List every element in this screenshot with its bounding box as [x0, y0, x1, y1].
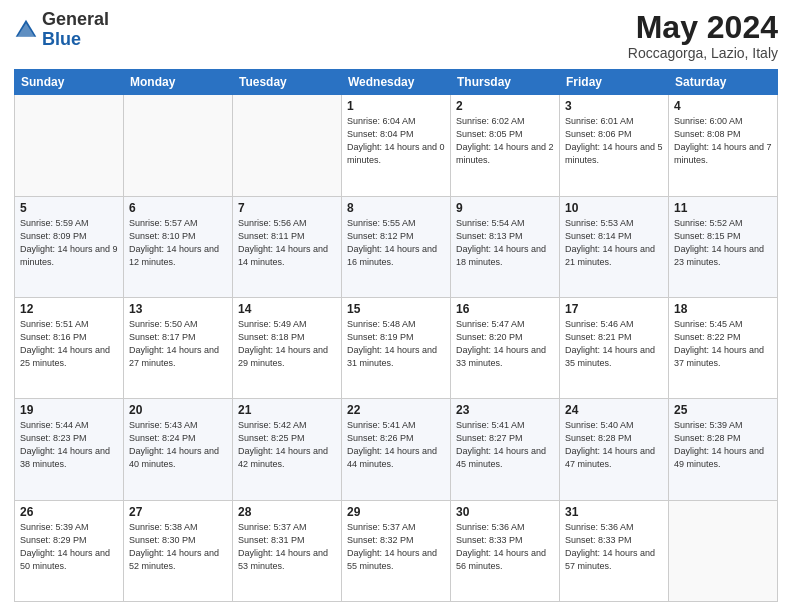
day-number: 22: [347, 403, 445, 417]
calendar-cell: 1Sunrise: 6:04 AM Sunset: 8:04 PM Daylig…: [342, 95, 451, 196]
logo-general-text: General: [42, 9, 109, 29]
cell-info: Sunrise: 5:40 AM Sunset: 8:28 PM Dayligh…: [565, 419, 663, 471]
location: Roccagorga, Lazio, Italy: [628, 45, 778, 61]
col-header-thursday: Thursday: [451, 70, 560, 95]
calendar-cell: 31Sunrise: 5:36 AM Sunset: 8:33 PM Dayli…: [560, 500, 669, 601]
calendar-cell: 26Sunrise: 5:39 AM Sunset: 8:29 PM Dayli…: [15, 500, 124, 601]
calendar-cell: 16Sunrise: 5:47 AM Sunset: 8:20 PM Dayli…: [451, 297, 560, 398]
week-row-1: 1Sunrise: 6:04 AM Sunset: 8:04 PM Daylig…: [15, 95, 778, 196]
cell-info: Sunrise: 6:04 AM Sunset: 8:04 PM Dayligh…: [347, 115, 445, 167]
cell-info: Sunrise: 5:39 AM Sunset: 8:28 PM Dayligh…: [674, 419, 772, 471]
day-number: 1: [347, 99, 445, 113]
day-number: 5: [20, 201, 118, 215]
day-number: 7: [238, 201, 336, 215]
day-number: 19: [20, 403, 118, 417]
calendar-cell: 10Sunrise: 5:53 AM Sunset: 8:14 PM Dayli…: [560, 196, 669, 297]
calendar-cell: 8Sunrise: 5:55 AM Sunset: 8:12 PM Daylig…: [342, 196, 451, 297]
cell-info: Sunrise: 5:39 AM Sunset: 8:29 PM Dayligh…: [20, 521, 118, 573]
day-number: 16: [456, 302, 554, 316]
cell-info: Sunrise: 5:41 AM Sunset: 8:26 PM Dayligh…: [347, 419, 445, 471]
calendar-cell: 29Sunrise: 5:37 AM Sunset: 8:32 PM Dayli…: [342, 500, 451, 601]
cell-info: Sunrise: 6:01 AM Sunset: 8:06 PM Dayligh…: [565, 115, 663, 167]
col-header-friday: Friday: [560, 70, 669, 95]
day-number: 23: [456, 403, 554, 417]
col-header-monday: Monday: [124, 70, 233, 95]
cell-info: Sunrise: 5:37 AM Sunset: 8:31 PM Dayligh…: [238, 521, 336, 573]
calendar-cell: 6Sunrise: 5:57 AM Sunset: 8:10 PM Daylig…: [124, 196, 233, 297]
week-row-5: 26Sunrise: 5:39 AM Sunset: 8:29 PM Dayli…: [15, 500, 778, 601]
calendar-cell: 9Sunrise: 5:54 AM Sunset: 8:13 PM Daylig…: [451, 196, 560, 297]
cell-info: Sunrise: 6:00 AM Sunset: 8:08 PM Dayligh…: [674, 115, 772, 167]
col-header-sunday: Sunday: [15, 70, 124, 95]
cell-info: Sunrise: 5:43 AM Sunset: 8:24 PM Dayligh…: [129, 419, 227, 471]
calendar-cell: [15, 95, 124, 196]
day-number: 24: [565, 403, 663, 417]
calendar-cell: 15Sunrise: 5:48 AM Sunset: 8:19 PM Dayli…: [342, 297, 451, 398]
calendar-cell: [669, 500, 778, 601]
header: General Blue May 2024 Roccagorga, Lazio,…: [14, 10, 778, 61]
cell-info: Sunrise: 5:55 AM Sunset: 8:12 PM Dayligh…: [347, 217, 445, 269]
day-number: 13: [129, 302, 227, 316]
cell-info: Sunrise: 5:36 AM Sunset: 8:33 PM Dayligh…: [565, 521, 663, 573]
cell-info: Sunrise: 6:02 AM Sunset: 8:05 PM Dayligh…: [456, 115, 554, 167]
day-number: 10: [565, 201, 663, 215]
calendar-cell: 17Sunrise: 5:46 AM Sunset: 8:21 PM Dayli…: [560, 297, 669, 398]
cell-info: Sunrise: 5:48 AM Sunset: 8:19 PM Dayligh…: [347, 318, 445, 370]
calendar-cell: 21Sunrise: 5:42 AM Sunset: 8:25 PM Dayli…: [233, 399, 342, 500]
calendar-cell: 11Sunrise: 5:52 AM Sunset: 8:15 PM Dayli…: [669, 196, 778, 297]
cell-info: Sunrise: 5:36 AM Sunset: 8:33 PM Dayligh…: [456, 521, 554, 573]
day-number: 26: [20, 505, 118, 519]
calendar-cell: 25Sunrise: 5:39 AM Sunset: 8:28 PM Dayli…: [669, 399, 778, 500]
logo: General Blue: [14, 10, 109, 50]
day-number: 18: [674, 302, 772, 316]
calendar-cell: 5Sunrise: 5:59 AM Sunset: 8:09 PM Daylig…: [15, 196, 124, 297]
day-number: 21: [238, 403, 336, 417]
day-number: 2: [456, 99, 554, 113]
week-row-2: 5Sunrise: 5:59 AM Sunset: 8:09 PM Daylig…: [15, 196, 778, 297]
cell-info: Sunrise: 5:37 AM Sunset: 8:32 PM Dayligh…: [347, 521, 445, 573]
day-number: 25: [674, 403, 772, 417]
calendar-cell: 28Sunrise: 5:37 AM Sunset: 8:31 PM Dayli…: [233, 500, 342, 601]
calendar-cell: 27Sunrise: 5:38 AM Sunset: 8:30 PM Dayli…: [124, 500, 233, 601]
calendar-cell: [233, 95, 342, 196]
calendar-cell: 24Sunrise: 5:40 AM Sunset: 8:28 PM Dayli…: [560, 399, 669, 500]
calendar-page: General Blue May 2024 Roccagorga, Lazio,…: [0, 0, 792, 612]
calendar-cell: 7Sunrise: 5:56 AM Sunset: 8:11 PM Daylig…: [233, 196, 342, 297]
day-number: 17: [565, 302, 663, 316]
calendar-cell: 2Sunrise: 6:02 AM Sunset: 8:05 PM Daylig…: [451, 95, 560, 196]
calendar-cell: 23Sunrise: 5:41 AM Sunset: 8:27 PM Dayli…: [451, 399, 560, 500]
cell-info: Sunrise: 5:57 AM Sunset: 8:10 PM Dayligh…: [129, 217, 227, 269]
cell-info: Sunrise: 5:49 AM Sunset: 8:18 PM Dayligh…: [238, 318, 336, 370]
week-row-4: 19Sunrise: 5:44 AM Sunset: 8:23 PM Dayli…: [15, 399, 778, 500]
day-number: 9: [456, 201, 554, 215]
calendar-cell: 19Sunrise: 5:44 AM Sunset: 8:23 PM Dayli…: [15, 399, 124, 500]
calendar-cell: [124, 95, 233, 196]
header-row: SundayMondayTuesdayWednesdayThursdayFrid…: [15, 70, 778, 95]
day-number: 4: [674, 99, 772, 113]
calendar-cell: 18Sunrise: 5:45 AM Sunset: 8:22 PM Dayli…: [669, 297, 778, 398]
day-number: 28: [238, 505, 336, 519]
week-row-3: 12Sunrise: 5:51 AM Sunset: 8:16 PM Dayli…: [15, 297, 778, 398]
calendar-cell: 4Sunrise: 6:00 AM Sunset: 8:08 PM Daylig…: [669, 95, 778, 196]
logo-icon: [14, 18, 38, 42]
col-header-wednesday: Wednesday: [342, 70, 451, 95]
cell-info: Sunrise: 5:59 AM Sunset: 8:09 PM Dayligh…: [20, 217, 118, 269]
month-year: May 2024: [628, 10, 778, 45]
day-number: 12: [20, 302, 118, 316]
calendar-cell: 22Sunrise: 5:41 AM Sunset: 8:26 PM Dayli…: [342, 399, 451, 500]
cell-info: Sunrise: 5:47 AM Sunset: 8:20 PM Dayligh…: [456, 318, 554, 370]
cell-info: Sunrise: 5:45 AM Sunset: 8:22 PM Dayligh…: [674, 318, 772, 370]
calendar-cell: 12Sunrise: 5:51 AM Sunset: 8:16 PM Dayli…: [15, 297, 124, 398]
cell-info: Sunrise: 5:41 AM Sunset: 8:27 PM Dayligh…: [456, 419, 554, 471]
day-number: 30: [456, 505, 554, 519]
day-number: 6: [129, 201, 227, 215]
cell-info: Sunrise: 5:50 AM Sunset: 8:17 PM Dayligh…: [129, 318, 227, 370]
day-number: 20: [129, 403, 227, 417]
day-number: 31: [565, 505, 663, 519]
title-block: May 2024 Roccagorga, Lazio, Italy: [628, 10, 778, 61]
calendar-cell: 30Sunrise: 5:36 AM Sunset: 8:33 PM Dayli…: [451, 500, 560, 601]
cell-info: Sunrise: 5:46 AM Sunset: 8:21 PM Dayligh…: [565, 318, 663, 370]
day-number: 15: [347, 302, 445, 316]
calendar-cell: 3Sunrise: 6:01 AM Sunset: 8:06 PM Daylig…: [560, 95, 669, 196]
day-number: 11: [674, 201, 772, 215]
